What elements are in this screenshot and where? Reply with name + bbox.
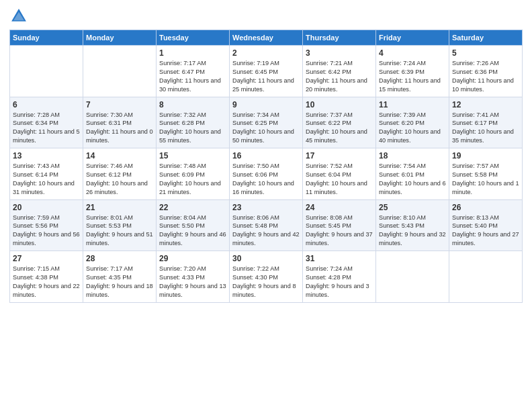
calendar-cell: 8Sunrise: 7:32 AMSunset: 6:28 PMDaylight…	[157, 97, 230, 148]
calendar-cell	[10, 46, 83, 97]
day-number: 21	[86, 203, 153, 212]
calendar-cell: 7Sunrise: 7:30 AMSunset: 6:31 PMDaylight…	[83, 97, 157, 148]
day-number: 12	[452, 100, 519, 109]
calendar-cell: 5Sunrise: 7:26 AMSunset: 6:36 PMDaylight…	[449, 46, 523, 97]
calendar-cell: 14Sunrise: 7:46 AMSunset: 6:12 PMDayligh…	[83, 148, 157, 200]
col-tuesday: Tuesday	[157, 30, 230, 46]
calendar-cell	[376, 251, 449, 303]
day-info: Sunrise: 7:24 AMSunset: 6:39 PMDaylight:…	[379, 59, 446, 94]
day-info: Sunrise: 7:19 AMSunset: 6:45 PMDaylight:…	[232, 59, 300, 94]
day-number: 20	[13, 203, 80, 212]
day-info: Sunrise: 7:50 AMSunset: 6:06 PMDaylight:…	[232, 162, 300, 197]
day-number: 5	[452, 48, 519, 58]
calendar-cell: 28Sunrise: 7:17 AMSunset: 4:35 PMDayligh…	[83, 251, 157, 303]
day-info: Sunrise: 7:34 AMSunset: 6:25 PMDaylight:…	[232, 111, 300, 146]
calendar-cell: 25Sunrise: 8:10 AMSunset: 5:43 PMDayligh…	[376, 199, 449, 251]
day-number: 29	[159, 254, 226, 263]
day-info: Sunrise: 8:01 AMSunset: 5:53 PMDaylight:…	[86, 214, 153, 248]
day-info: Sunrise: 7:15 AMSunset: 4:38 PMDaylight:…	[13, 265, 80, 300]
day-info: Sunrise: 7:43 AMSunset: 6:14 PMDaylight:…	[13, 162, 80, 197]
day-info: Sunrise: 7:57 AMSunset: 5:58 PMDaylight:…	[452, 162, 519, 197]
calendar-cell	[449, 251, 523, 303]
calendar-week-row: 20Sunrise: 7:59 AMSunset: 5:56 PMDayligh…	[10, 199, 523, 251]
calendar-cell: 15Sunrise: 7:48 AMSunset: 6:09 PMDayligh…	[157, 148, 230, 200]
day-number: 10	[306, 100, 373, 109]
calendar-cell	[83, 46, 157, 97]
day-number: 14	[86, 151, 153, 161]
calendar-cell: 13Sunrise: 7:43 AMSunset: 6:14 PMDayligh…	[10, 148, 83, 200]
calendar-cell: 6Sunrise: 7:28 AMSunset: 6:34 PMDaylight…	[10, 97, 83, 148]
day-info: Sunrise: 8:13 AMSunset: 5:40 PMDaylight:…	[452, 214, 519, 248]
logo	[9, 7, 31, 26]
day-info: Sunrise: 7:17 AMSunset: 4:35 PMDaylight:…	[86, 265, 153, 300]
calendar-cell: 20Sunrise: 7:59 AMSunset: 5:56 PMDayligh…	[10, 199, 83, 251]
day-number: 22	[159, 203, 226, 212]
calendar-cell: 16Sunrise: 7:50 AMSunset: 6:06 PMDayligh…	[230, 148, 303, 200]
calendar-cell: 9Sunrise: 7:34 AMSunset: 6:25 PMDaylight…	[230, 97, 303, 148]
day-info: Sunrise: 8:04 AMSunset: 5:50 PMDaylight:…	[159, 214, 226, 248]
day-info: Sunrise: 7:28 AMSunset: 6:34 PMDaylight:…	[13, 111, 80, 146]
day-info: Sunrise: 7:26 AMSunset: 6:36 PMDaylight:…	[452, 59, 519, 94]
col-wednesday: Wednesday	[230, 30, 303, 46]
day-info: Sunrise: 7:59 AMSunset: 5:56 PMDaylight:…	[13, 214, 80, 248]
logo-icon	[9, 7, 28, 26]
day-number: 6	[13, 100, 80, 109]
day-info: Sunrise: 8:08 AMSunset: 5:45 PMDaylight:…	[306, 214, 373, 248]
day-info: Sunrise: 7:54 AMSunset: 6:01 PMDaylight:…	[379, 162, 446, 197]
day-number: 19	[452, 151, 519, 161]
calendar-cell: 30Sunrise: 7:22 AMSunset: 4:30 PMDayligh…	[230, 251, 303, 303]
calendar-week-row: 27Sunrise: 7:15 AMSunset: 4:38 PMDayligh…	[10, 251, 523, 303]
calendar-table: Sunday Monday Tuesday Wednesday Thursday…	[9, 30, 523, 303]
day-info: Sunrise: 7:24 AMSunset: 4:28 PMDaylight:…	[306, 265, 373, 300]
day-info: Sunrise: 7:37 AMSunset: 6:22 PMDaylight:…	[306, 111, 373, 146]
calendar-cell: 10Sunrise: 7:37 AMSunset: 6:22 PMDayligh…	[303, 97, 376, 148]
calendar-cell: 17Sunrise: 7:52 AMSunset: 6:04 PMDayligh…	[303, 148, 376, 200]
calendar-cell: 23Sunrise: 8:06 AMSunset: 5:48 PMDayligh…	[230, 199, 303, 251]
calendar-cell: 12Sunrise: 7:41 AMSunset: 6:17 PMDayligh…	[449, 97, 523, 148]
day-number: 28	[86, 254, 153, 263]
day-info: Sunrise: 7:17 AMSunset: 6:47 PMDaylight:…	[159, 59, 226, 94]
page: Sunday Monday Tuesday Wednesday Thursday…	[0, 0, 532, 411]
day-number: 4	[379, 48, 446, 58]
calendar-cell: 21Sunrise: 8:01 AMSunset: 5:53 PMDayligh…	[83, 199, 157, 251]
day-info: Sunrise: 8:06 AMSunset: 5:48 PMDaylight:…	[232, 214, 300, 248]
day-number: 17	[306, 151, 373, 161]
calendar-cell: 22Sunrise: 8:04 AMSunset: 5:50 PMDayligh…	[157, 199, 230, 251]
day-number: 11	[379, 100, 446, 109]
day-number: 27	[13, 254, 80, 263]
day-info: Sunrise: 8:10 AMSunset: 5:43 PMDaylight:…	[379, 214, 446, 248]
day-number: 9	[232, 100, 300, 109]
day-number: 1	[159, 48, 226, 58]
calendar-cell: 29Sunrise: 7:20 AMSunset: 4:33 PMDayligh…	[157, 251, 230, 303]
day-number: 26	[452, 203, 519, 212]
calendar-cell: 11Sunrise: 7:39 AMSunset: 6:20 PMDayligh…	[376, 97, 449, 148]
day-info: Sunrise: 7:39 AMSunset: 6:20 PMDaylight:…	[379, 111, 446, 146]
col-monday: Monday	[83, 30, 157, 46]
calendar-cell: 2Sunrise: 7:19 AMSunset: 6:45 PMDaylight…	[230, 46, 303, 97]
calendar-header-row: Sunday Monday Tuesday Wednesday Thursday…	[10, 30, 523, 46]
day-info: Sunrise: 7:20 AMSunset: 4:33 PMDaylight:…	[159, 265, 226, 300]
day-number: 3	[306, 48, 373, 58]
calendar-cell: 26Sunrise: 8:13 AMSunset: 5:40 PMDayligh…	[449, 199, 523, 251]
calendar-cell: 31Sunrise: 7:24 AMSunset: 4:28 PMDayligh…	[303, 251, 376, 303]
day-info: Sunrise: 7:32 AMSunset: 6:28 PMDaylight:…	[159, 111, 226, 146]
day-number: 13	[13, 151, 80, 161]
header	[9, 7, 523, 26]
day-number: 8	[159, 100, 226, 109]
calendar-cell: 4Sunrise: 7:24 AMSunset: 6:39 PMDaylight…	[376, 46, 449, 97]
day-info: Sunrise: 7:30 AMSunset: 6:31 PMDaylight:…	[86, 111, 153, 146]
calendar-week-row: 13Sunrise: 7:43 AMSunset: 6:14 PMDayligh…	[10, 148, 523, 200]
day-number: 7	[86, 100, 153, 109]
day-info: Sunrise: 7:21 AMSunset: 6:42 PMDaylight:…	[306, 59, 373, 94]
calendar-cell: 3Sunrise: 7:21 AMSunset: 6:42 PMDaylight…	[303, 46, 376, 97]
col-thursday: Thursday	[303, 30, 376, 46]
day-info: Sunrise: 7:52 AMSunset: 6:04 PMDaylight:…	[306, 162, 373, 197]
day-number: 31	[306, 254, 373, 263]
calendar-cell: 1Sunrise: 7:17 AMSunset: 6:47 PMDaylight…	[157, 46, 230, 97]
day-number: 16	[232, 151, 300, 161]
calendar-cell: 27Sunrise: 7:15 AMSunset: 4:38 PMDayligh…	[10, 251, 83, 303]
calendar-week-row: 1Sunrise: 7:17 AMSunset: 6:47 PMDaylight…	[10, 46, 523, 97]
day-number: 23	[232, 203, 300, 212]
day-info: Sunrise: 7:41 AMSunset: 6:17 PMDaylight:…	[452, 111, 519, 146]
day-info: Sunrise: 7:22 AMSunset: 4:30 PMDaylight:…	[232, 265, 300, 300]
